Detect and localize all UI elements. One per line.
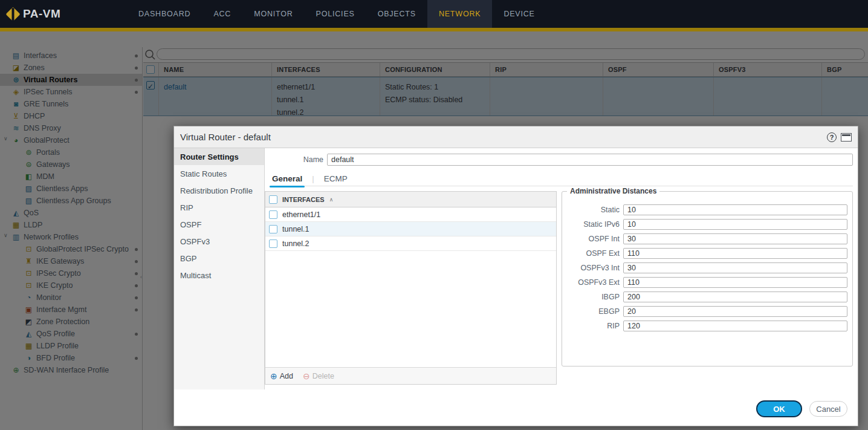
delete-icon: ⊖ bbox=[303, 371, 310, 381]
dialog-nav-static-routes[interactable]: Static Routes bbox=[174, 165, 264, 182]
add-button[interactable]: ⊕ Add bbox=[270, 371, 293, 381]
dialog-nav-ospfv3[interactable]: OSPFv3 bbox=[174, 233, 264, 250]
admin-distance-row: EBGP bbox=[562, 304, 847, 319]
dialog-title-bar: Virtual Router - default ? bbox=[174, 126, 858, 148]
admin-distance-label: IBGP bbox=[562, 293, 623, 301]
interface-row[interactable]: tunnel.1 bbox=[265, 222, 556, 236]
palo-alto-logo-icon bbox=[5, 7, 20, 21]
admin-distance-row: OSPFv3 Ext bbox=[562, 275, 847, 290]
admin-distance-label: OSPF Int bbox=[562, 235, 623, 243]
add-icon: ⊕ bbox=[270, 371, 277, 381]
interfaces-panel-footer: ⊕ Add ⊖ Delete bbox=[265, 367, 556, 384]
interfaces-empty-area bbox=[265, 251, 556, 367]
nav-tab-network[interactable]: NETWORK bbox=[427, 0, 493, 28]
dialog-body: Router Settings Static Routes Redistribu… bbox=[174, 148, 858, 390]
virtual-router-dialog: Virtual Router - default ? Router Settin… bbox=[173, 126, 858, 426]
interface-row-label: ethernet1/1 bbox=[282, 210, 320, 219]
dialog-nav-redistribution-profile[interactable]: Redistribution Profile bbox=[174, 182, 264, 199]
ospf-int-distance-input[interactable] bbox=[623, 233, 847, 244]
main-nav-tabs: DASHBOARD ACC MONITOR POLICIES OBJECTS N… bbox=[127, 0, 546, 28]
dialog-nav-multicast[interactable]: Multicast bbox=[174, 267, 264, 284]
sort-ascending-icon[interactable]: ∧ bbox=[329, 197, 334, 203]
dialog-nav-router-settings[interactable]: Router Settings bbox=[174, 148, 264, 165]
interfaces-column-header[interactable]: INTERFACES bbox=[282, 196, 325, 203]
ospfv3-ext-distance-input[interactable] bbox=[623, 277, 847, 288]
interface-row-checkbox[interactable] bbox=[269, 225, 277, 233]
dialog-nav-bgp[interactable]: BGP bbox=[174, 250, 264, 267]
help-icon[interactable]: ? bbox=[827, 132, 837, 142]
dialog-nav-rip[interactable]: RIP bbox=[174, 199, 264, 216]
ebgp-distance-input[interactable] bbox=[623, 306, 847, 317]
tab-general[interactable]: General bbox=[270, 172, 305, 186]
admin-distance-row: IBGP bbox=[562, 290, 847, 304]
pa-vm-logo: PA-VM bbox=[0, 0, 127, 28]
rip-distance-input[interactable] bbox=[623, 321, 847, 331]
nav-tab-acc[interactable]: ACC bbox=[202, 0, 242, 28]
ospfv3-int-distance-input[interactable] bbox=[623, 262, 847, 273]
admin-distance-row: Static bbox=[562, 203, 847, 217]
dialog-title: Virtual Router - default bbox=[180, 132, 271, 142]
ospf-ext-distance-input[interactable] bbox=[623, 248, 847, 259]
accent-bar bbox=[0, 28, 868, 31]
interfaces-select-all-checkbox[interactable] bbox=[269, 195, 277, 204]
name-label: Name bbox=[265, 155, 327, 164]
restore-window-icon[interactable] bbox=[841, 133, 852, 142]
delete-button-label: Delete bbox=[313, 372, 334, 380]
admin-distance-row: OSPFv3 Int bbox=[562, 261, 847, 275]
cancel-button[interactable]: Cancel bbox=[809, 401, 847, 417]
administrative-distances-legend: Administrative Distances bbox=[567, 187, 659, 195]
interfaces-panel-header: INTERFACES ∧ bbox=[265, 192, 556, 207]
interface-row-label: tunnel.2 bbox=[282, 239, 309, 248]
nav-tab-objects[interactable]: OBJECTS bbox=[366, 0, 427, 28]
nav-tab-dashboard[interactable]: DASHBOARD bbox=[127, 0, 202, 28]
static-distance-input[interactable] bbox=[623, 204, 847, 215]
interface-row-checkbox[interactable] bbox=[269, 210, 277, 219]
ok-button[interactable]: OK bbox=[756, 400, 802, 417]
router-settings-panel: Name General | ECMP INTERFACES ∧ bbox=[265, 148, 858, 390]
nav-tab-monitor[interactable]: MONITOR bbox=[242, 0, 304, 28]
admin-distance-label: OSPFv3 Ext bbox=[562, 278, 623, 287]
admin-distance-label: Static IPv6 bbox=[562, 220, 623, 229]
delete-button[interactable]: ⊖ Delete bbox=[303, 371, 334, 381]
interfaces-rows: ethernet1/1 tunnel.1 tunnel.2 bbox=[265, 207, 556, 251]
admin-distance-label: OSPF Ext bbox=[562, 249, 623, 258]
static-ipv6-distance-input[interactable] bbox=[623, 219, 847, 230]
dialog-nav: Router Settings Static Routes Redistribu… bbox=[174, 148, 265, 390]
admin-distance-label: RIP bbox=[562, 322, 623, 330]
interface-row-label: tunnel.1 bbox=[282, 225, 309, 233]
add-button-label: Add bbox=[280, 372, 293, 380]
interface-row[interactable]: ethernet1/1 bbox=[265, 207, 556, 222]
tab-ecmp[interactable]: ECMP bbox=[322, 172, 350, 186]
admin-distance-label: EBGP bbox=[562, 307, 623, 316]
logo-text: PA-VM bbox=[23, 7, 60, 21]
dialog-nav-ospf[interactable]: OSPF bbox=[174, 216, 264, 233]
interfaces-panel: INTERFACES ∧ ethernet1/1 tunnel.1 bbox=[265, 191, 557, 385]
dialog-tab-strip: General | ECMP bbox=[270, 172, 853, 186]
admin-distance-label: Static bbox=[562, 206, 623, 214]
admin-distance-row: Static IPv6 bbox=[562, 217, 847, 232]
tab-separator: | bbox=[312, 174, 314, 183]
interface-row[interactable]: tunnel.2 bbox=[265, 236, 556, 251]
name-row: Name bbox=[265, 154, 853, 166]
dialog-footer: OK Cancel bbox=[174, 389, 858, 426]
ibgp-distance-input[interactable] bbox=[623, 292, 847, 302]
administrative-distances-group: Administrative Distances Static Static I… bbox=[562, 191, 853, 366]
top-navbar: PA-VM DASHBOARD ACC MONITOR POLICIES OBJ… bbox=[0, 0, 868, 28]
admin-distance-label: OSPFv3 Int bbox=[562, 264, 623, 272]
admin-distance-row: OSPF Int bbox=[562, 232, 847, 246]
admin-distance-row: RIP bbox=[562, 319, 847, 333]
nav-tab-device[interactable]: DEVICE bbox=[492, 0, 546, 28]
interface-row-checkbox[interactable] bbox=[269, 239, 277, 248]
name-field[interactable] bbox=[327, 154, 853, 166]
nav-tab-policies[interactable]: POLICIES bbox=[305, 0, 366, 28]
admin-distance-row: OSPF Ext bbox=[562, 246, 847, 261]
